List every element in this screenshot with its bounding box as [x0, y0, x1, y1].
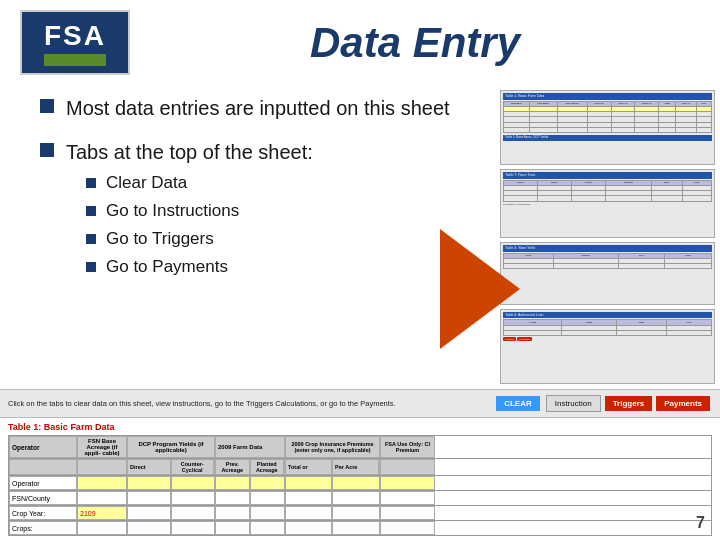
- ss-header-row-1: Operator FSN Base Acreage (if appli- cab…: [8, 435, 712, 459]
- left-content: Most data entries are inputted on this s…: [0, 85, 500, 389]
- thumb4-table: ACREValue2009Amt: [503, 319, 712, 336]
- clear-button[interactable]: CLEAR: [496, 396, 540, 411]
- thumb4-header: Table 4: Authorized Loan: [503, 312, 712, 319]
- row1-col5b: [332, 476, 380, 490]
- thumbnail-4: Table 4: Authorized Loan ACREValue2009Am…: [500, 309, 715, 384]
- col-ins-header: 2009 Crop Insurance Premiums (enter only…: [285, 436, 380, 458]
- row1-col2: [77, 476, 127, 490]
- bullet-square-2: [40, 143, 54, 157]
- row4-col6: [380, 521, 435, 535]
- sub-bullet-text-4: Go to Payments: [106, 257, 228, 277]
- bottom-bar-text: Click on the tabs to clear data on this …: [8, 399, 492, 408]
- spreadsheet-title: Table 1: Basic Farm Data: [8, 422, 712, 432]
- thumbnail-3: Table 3: State Yield CropCountyCCYDCP: [500, 242, 715, 305]
- thumb2-note: Preliminary or Estimated: [503, 203, 712, 206]
- farm-sub-cols: Prev. Acreage Planted Acreage: [215, 459, 285, 475]
- row3-col1: Crop Year:: [9, 506, 77, 520]
- row2-col2: [77, 491, 127, 505]
- row4-col5b: [332, 521, 380, 535]
- row3-col5b: [332, 506, 380, 520]
- row3-col5a: [285, 506, 332, 520]
- sub-bullet-1: Clear Data: [86, 173, 313, 193]
- ins-sub-cols: Total or Per Acre: [285, 459, 380, 475]
- bullet-1: Most data entries are inputted on this s…: [40, 95, 470, 121]
- col-prev-header: Prev. Acreage: [215, 459, 250, 475]
- row2-col4a: [215, 491, 250, 505]
- page-number: 7: [696, 514, 705, 532]
- col-planted-header: Planted Acreage: [250, 459, 285, 475]
- row1-col5a: [285, 476, 332, 490]
- thumb1-header: Table 1: Basic Farm Data: [503, 93, 712, 100]
- row4-col3b: [171, 521, 215, 535]
- sub-bullet-2: Go to Instructions: [86, 201, 313, 221]
- content-area: Most data entries are inputted on this s…: [0, 85, 720, 389]
- row1-col4a: [215, 476, 250, 490]
- col-total-header: Total or: [285, 459, 332, 475]
- col-dcp-header: DCP Program Yields (if applicable): [127, 436, 215, 458]
- right-thumbnails: Table 1: Basic Farm Data OperatorFSN Bas…: [500, 85, 720, 389]
- table-label: Table 1:: [8, 422, 41, 432]
- row4-col4a: [215, 521, 250, 535]
- bullet-square-1: [40, 99, 54, 113]
- sub-bullet-text-1: Clear Data: [106, 173, 187, 193]
- sub-bullet-sq-2: [86, 206, 96, 216]
- spreadsheet-area: Table 1: Basic Farm Data Operator FSN Ba…: [0, 417, 720, 540]
- ss-row-2: FSN/County: [8, 491, 712, 506]
- sub-bullet-sq-1: [86, 178, 96, 188]
- main-title: Data Entry: [130, 19, 700, 67]
- row4-col1: Crops:: [9, 521, 77, 535]
- logo-text: FSA: [44, 20, 106, 52]
- row1-col1: Operator: [9, 476, 77, 490]
- thumb4-btns: Triggers Payments: [503, 337, 712, 341]
- triggers-button[interactable]: Triggers: [605, 396, 653, 411]
- col-fsn-header: FSN Base Acreage (if appli- cable): [77, 436, 127, 458]
- thumbnail-1: Table 1: Basic Farm Data OperatorFSN Bas…: [500, 90, 715, 165]
- row4-col2: [77, 521, 127, 535]
- sub-bullet-text-3: Go to Triggers: [106, 229, 214, 249]
- col-operator-sub: [9, 459, 77, 475]
- bullet-text-2: Tabs at the top of the sheet:: [66, 139, 313, 165]
- logo-green-bar: [44, 54, 106, 66]
- row1-col6: [380, 476, 435, 490]
- row4-col3a: [127, 521, 171, 535]
- col-2009-header: 2009 Farm Data: [215, 436, 285, 458]
- slide: FSA Data Entry Most data entries are inp…: [0, 0, 720, 540]
- row2-col4b: [250, 491, 285, 505]
- ss-header-row-2: Direct Counter- Cyclical Prev. Acreage P…: [8, 459, 712, 476]
- row3-col4b: [250, 506, 285, 520]
- row3-col4a: [215, 506, 250, 520]
- row2-col3b: [171, 491, 215, 505]
- row1-col3a: [127, 476, 171, 490]
- row1-col3b: [171, 476, 215, 490]
- row1-col4b: [250, 476, 285, 490]
- thumb1-table: OperatorFSN BaseDCP DirectDCP CCPrev AcP…: [503, 101, 712, 134]
- col-fsa-sub: [380, 459, 435, 475]
- row2-col1: FSN/County: [9, 491, 77, 505]
- payments-button[interactable]: Payments: [656, 396, 710, 411]
- row2-col5b: [332, 491, 380, 505]
- title-area: Data Entry: [130, 19, 700, 67]
- thumb3-table: CropCountyCCYDCP: [503, 253, 712, 270]
- ss-row-3: Crop Year: 2109: [8, 506, 712, 521]
- row2-col3a: [127, 491, 171, 505]
- logo: FSA: [20, 10, 130, 75]
- row2-col5a: [285, 491, 332, 505]
- table-title: Basic Farm Data: [44, 422, 115, 432]
- row3-col6: [380, 506, 435, 520]
- sub-bullet-text-2: Go to Instructions: [106, 201, 239, 221]
- col-cc-header: Counter- Cyclical: [171, 459, 215, 475]
- row3-col2: 2109: [77, 506, 127, 520]
- dcp-sub-cols: Direct Counter- Cyclical: [127, 459, 215, 475]
- ss-row-1: Operator: [8, 476, 712, 491]
- instruction-button[interactable]: Instruction: [546, 395, 601, 412]
- col-per-acre-header: Per Acre: [332, 459, 379, 475]
- thumb2-header: Table 7: Farm Tract: [503, 172, 712, 179]
- row4-col4b: [250, 521, 285, 535]
- header: FSA Data Entry: [0, 0, 720, 85]
- col-fsa-header: FSA Use Only: CI Premium: [380, 436, 435, 458]
- row3-col3b: [171, 506, 215, 520]
- thumb2-table: FarmBasePlntdHarvestDCPPrm: [503, 180, 712, 202]
- col-direct-header: Direct: [127, 459, 171, 475]
- arrow-decoration: [440, 229, 520, 349]
- sub-bullet-sq-4: [86, 262, 96, 272]
